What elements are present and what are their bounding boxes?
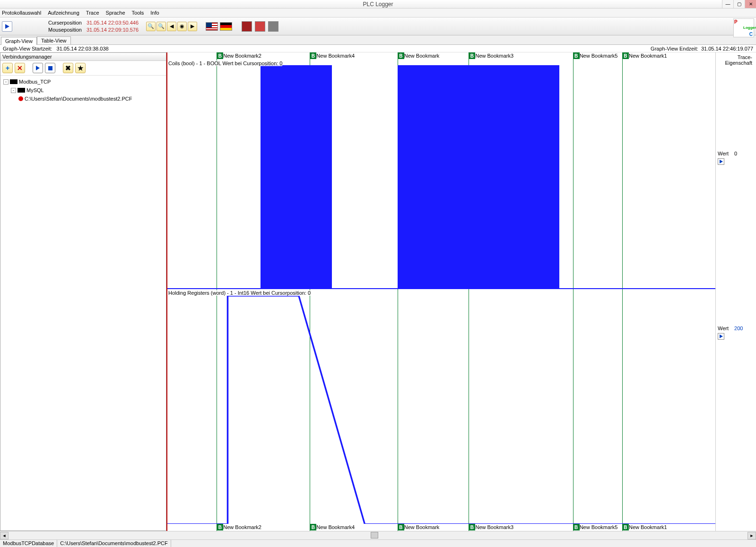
scroll-left-button[interactable]: ◄ (0, 532, 9, 539)
end-time-label: Graph-View Endzeit: (651, 46, 698, 51)
menu-trace[interactable]: Trace (86, 10, 99, 16)
menu-aufzeichnung[interactable]: Aufzeichnung (48, 10, 79, 16)
color-gray[interactable] (268, 21, 278, 32)
bookmark-label: New Bookmark3 (475, 53, 513, 59)
bookmark-icon: B (217, 524, 223, 530)
position-info: Curserposition31.05.14 22:03:50.446 Mous… (48, 19, 139, 34)
chart-holding-registers: Holding Registers (word) - 1 - Int16 Wer… (167, 289, 715, 524)
record-icon (18, 96, 23, 101)
value-label: Wert (718, 151, 729, 156)
chart-title: Coils (bool) - 1 - BOOL Wert bei Cursorp… (168, 60, 282, 66)
scroll-right-button[interactable]: ► (747, 532, 756, 539)
play-icon (720, 160, 723, 163)
flag-de-icon[interactable] (220, 22, 232, 31)
value-2: 200 (734, 325, 743, 331)
tree-label: MySQL (26, 86, 44, 94)
menu-info[interactable]: Info (150, 10, 159, 16)
bookmark-label: New Bookmark5 (580, 524, 618, 530)
nav-target-icon[interactable]: ◉ (177, 22, 187, 31)
bookmark-icon: B (310, 524, 316, 530)
sidebar-title: Verbindungsmanager (0, 53, 166, 61)
flag-us-icon[interactable] (206, 22, 218, 31)
trace-play-button[interactable] (718, 333, 724, 340)
tool-a-button[interactable]: ✖ (63, 63, 73, 73)
bookmark-icon: B (469, 524, 475, 530)
expand-icon[interactable]: - (3, 79, 9, 85)
bookmark-label: New Bookmark5 (580, 53, 618, 59)
color-red[interactable] (255, 21, 265, 32)
start-time-value: 31.05.14 22:03:38.038 (57, 46, 109, 51)
color-dark-red[interactable] (242, 21, 252, 32)
tab-table-view[interactable]: Table-View (37, 36, 71, 44)
cursor-pos-value: 31.05.14 22:03:50.446 (87, 19, 139, 26)
bookmark-icon: B (573, 52, 580, 59)
bookmark-icon: B (310, 52, 316, 59)
bookmark-row-bottom: BNew Bookmark2BNew Bookmark4BNew Bookmar… (167, 524, 715, 531)
bookmark-label: New Bookmark (404, 53, 440, 59)
stop-button[interactable] (45, 63, 55, 73)
tab-graph-view[interactable]: Graph-View (1, 37, 37, 45)
bookmark-icon: B (622, 524, 629, 530)
close-button[interactable]: ✕ (745, 0, 756, 8)
scroll-track[interactable] (9, 532, 747, 539)
connection-tree[interactable]: -Modbus_TCP -MySQL C:\Users\Stefan\Docum… (0, 76, 166, 105)
bookmark-marker[interactable]: BNew Bookmark4 (310, 524, 355, 530)
panel-title: Trace-Eigenschaft (718, 54, 754, 66)
minimize-button[interactable]: — (722, 0, 733, 8)
bookmark-marker[interactable]: BNew Bookmark2 (217, 52, 261, 59)
tree-node-modbus[interactable]: -Modbus_TCP (3, 77, 163, 86)
bookmark-label: New Bookmark4 (316, 524, 355, 530)
tool-b-button[interactable]: ★ (75, 63, 86, 73)
play-button[interactable] (2, 21, 12, 32)
value-label: Wert (718, 325, 729, 331)
time-info-row: Graph-View Startzeit: 31.05.14 22:03:38.… (0, 45, 756, 52)
stop-icon (48, 66, 52, 70)
bookmark-marker[interactable]: BNew Bookmark5 (573, 52, 618, 59)
bookmark-marker[interactable]: BNew Bookmark3 (469, 524, 513, 530)
bookmark-label: New Bookmark4 (316, 53, 355, 59)
mouse-pos-value: 31.05.14 22:09:10.576 (87, 26, 139, 34)
start-time-label: Graph-View Startzeit: (3, 46, 52, 51)
menu-tools[interactable]: Tools (132, 10, 144, 16)
title-bar: PLC Logger — ▢ ✕ (0, 0, 756, 9)
toolbar: Curserposition31.05.14 22:03:50.446 Mous… (0, 17, 756, 35)
bookmark-label: New Bookmark1 (629, 524, 667, 530)
bookmark-icon: B (398, 524, 404, 530)
bookmark-marker[interactable]: BNew Bookmark1 (622, 52, 667, 59)
bookmark-marker[interactable]: BNew Bookmark4 (310, 52, 355, 59)
bookmark-label: New Bookmark2 (223, 524, 261, 530)
menu-protokoll[interactable]: Protokollauswahl (2, 10, 41, 16)
cursor-pos-label: Curserposition (48, 19, 82, 26)
add-button[interactable]: + (2, 63, 13, 73)
zoom-in-icon[interactable]: 🔍 (146, 22, 156, 31)
trace-play-button[interactable] (718, 158, 724, 165)
chart-title: Holding Registers (word) - 1 - Int16 Wer… (168, 290, 311, 296)
bookmark-marker[interactable]: BNew Bookmark5 (573, 524, 618, 530)
tree-node-mysql[interactable]: -MySQL (11, 86, 163, 94)
start-button[interactable] (33, 63, 43, 73)
maximize-button[interactable]: ▢ (733, 0, 745, 8)
bookmark-marker[interactable]: BNew Bookmark3 (469, 52, 513, 59)
zoom-out-icon[interactable]: 🔍 (156, 22, 166, 31)
status-db: ModbusTCPDatabase (0, 540, 57, 547)
bookmark-icon: B (622, 52, 629, 59)
delete-button[interactable]: ✕ (15, 63, 25, 73)
bookmark-marker[interactable]: BNew Bookmark (398, 524, 440, 530)
expand-icon[interactable]: - (11, 88, 16, 93)
bookmark-icon: B (398, 52, 404, 59)
horizontal-scrollbar[interactable]: ◄ ► (0, 531, 756, 539)
bookmark-label: New Bookmark1 (629, 53, 667, 59)
menu-sprache[interactable]: Sprache (106, 10, 125, 16)
scroll-thumb[interactable] (371, 532, 378, 538)
bookmark-marker[interactable]: BNew Bookmark (398, 52, 440, 59)
sidebar: Verbindungsmanager + ✕ ✖ ★ -Modbus_TCP -… (0, 52, 166, 531)
bookmark-marker[interactable]: BNew Bookmark1 (622, 524, 667, 530)
data-block (261, 65, 332, 289)
plot-area[interactable]: BNew Bookmark2BNew Bookmark4BNew Bookmar… (166, 52, 715, 531)
nav-back-icon[interactable]: ◀ (167, 22, 176, 31)
nav-forward-icon[interactable]: ▶ (188, 22, 197, 31)
tree-node-file[interactable]: C:\Users\Stefan\Documents\modbustest2.PC… (18, 94, 163, 103)
menu-bar: Protokollauswahl Aufzeichnung Trace Spra… (0, 9, 756, 17)
end-time-value: 31.05.14 22:46:19.077 (701, 46, 753, 51)
bookmark-marker[interactable]: BNew Bookmark2 (217, 524, 261, 530)
